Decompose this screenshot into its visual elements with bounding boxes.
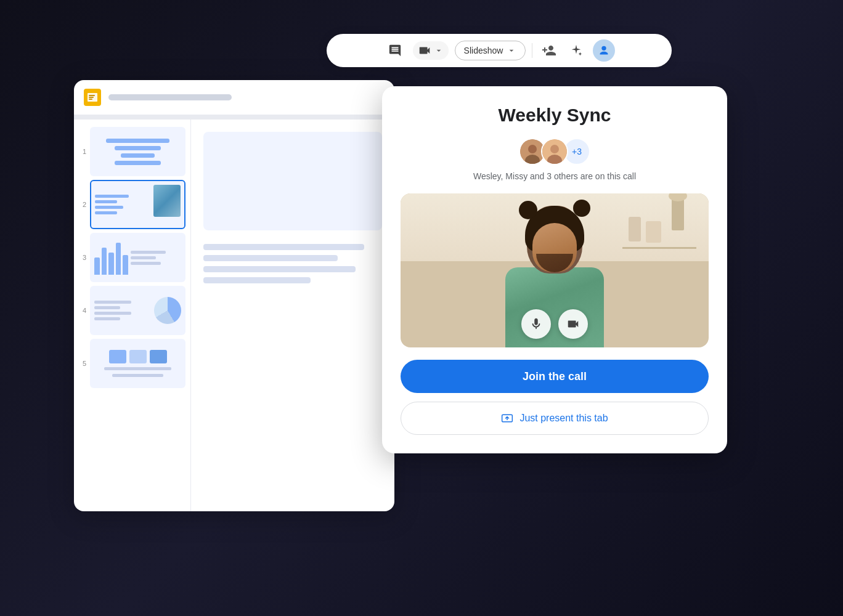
slide-row-3: 3 <box>79 233 185 282</box>
participant-2-icon <box>542 139 567 164</box>
slide-row-2: 2 <box>79 180 185 229</box>
call-panel: Weekly Sync <box>382 86 727 453</box>
svg-rect-3 <box>89 97 94 98</box>
slideshow-label: Slideshow <box>464 46 503 55</box>
camera-button[interactable] <box>558 309 588 339</box>
toolbar-divider <box>532 43 532 58</box>
slide2-image <box>153 185 181 217</box>
slide-num-4: 4 <box>79 307 86 314</box>
video-button[interactable] <box>413 41 449 60</box>
slide-row-4: 4 <box>79 286 185 335</box>
svg-rect-2 <box>89 95 95 96</box>
main-slide-area <box>203 132 382 230</box>
slide-row-5: 5 <box>79 339 185 388</box>
shelf <box>622 212 696 249</box>
slide-thumb-1[interactable] <box>90 127 185 176</box>
slide-thumb-3[interactable] <box>90 233 185 282</box>
user-avatar[interactable] <box>593 39 615 62</box>
slide-num-5: 5 <box>79 360 86 367</box>
slides-title-bar <box>108 94 385 100</box>
person-face <box>532 223 577 272</box>
svg-point-5 <box>602 46 606 51</box>
video-controls <box>521 309 588 339</box>
participant-avatar-2 <box>541 138 568 165</box>
slide-num-3: 3 <box>79 254 86 261</box>
svg-point-10 <box>550 145 559 153</box>
add-person-button[interactable] <box>539 40 560 61</box>
call-title: Weekly Sync <box>401 105 709 126</box>
dropdown-arrow-icon <box>434 46 444 55</box>
shelf-item-1 <box>629 217 641 241</box>
slide-row-1: 1 <box>79 127 185 176</box>
person-beard <box>536 254 573 272</box>
person-head <box>527 206 582 274</box>
main-text-lines <box>203 244 382 283</box>
slide4-pie <box>154 297 181 324</box>
sparkle-icon <box>569 44 583 57</box>
slide-thumb-4[interactable] <box>90 286 185 335</box>
slide3-chart <box>94 241 128 275</box>
shelf-item-2 <box>646 221 661 243</box>
microphone-button[interactable] <box>521 309 551 339</box>
ai-sparkle-button[interactable] <box>566 40 587 61</box>
comment-icon <box>388 44 402 57</box>
slides-content: 1 2 <box>74 120 394 511</box>
slide-num-1: 1 <box>79 148 86 155</box>
video-preview <box>401 193 709 347</box>
call-participants: +3 <box>401 138 709 165</box>
comment-button[interactable] <box>383 39 407 62</box>
slide-num-2: 2 <box>79 201 86 208</box>
slideshow-button[interactable]: Slideshow <box>455 41 526 60</box>
present-icon <box>501 412 513 424</box>
svg-rect-4 <box>89 99 92 100</box>
add-person-icon <box>542 43 556 58</box>
slide-thumb-5[interactable] <box>90 339 185 388</box>
google-slides-icon <box>84 89 101 106</box>
microphone-icon <box>529 317 543 331</box>
present-tab-label: Just present this tab <box>519 413 608 424</box>
slides-panel: 1 2 <box>74 80 394 511</box>
video-icon <box>418 44 431 57</box>
present-tab-button[interactable]: Just present this tab <box>401 402 709 435</box>
slides-title-line <box>108 94 232 100</box>
slides-thumbnails: 1 2 <box>74 120 191 511</box>
join-call-label: Join the call <box>523 370 587 383</box>
camera-icon <box>566 317 580 331</box>
svg-point-7 <box>528 145 537 153</box>
toolbar: Slideshow <box>327 34 672 67</box>
join-call-button[interactable]: Join the call <box>401 360 709 393</box>
slide-thumb-2[interactable] <box>90 180 185 229</box>
user-avatar-icon <box>597 44 611 57</box>
slides-divider <box>74 115 394 120</box>
slides-main <box>191 120 394 511</box>
slideshow-dropdown-icon <box>507 46 516 55</box>
lamp <box>672 197 684 230</box>
call-subtitle: Wesley, Missy and 3 others are on this c… <box>401 171 709 181</box>
slides-topbar <box>74 80 394 115</box>
